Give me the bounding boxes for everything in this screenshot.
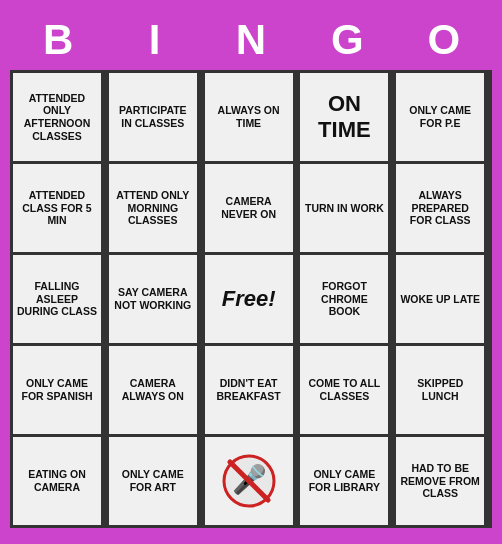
bingo-letter-g: G [303, 16, 391, 64]
bingo-cell-2-3: FORGOT CHROME BOOK [300, 255, 388, 343]
bingo-cell-2-4: WOKE UP LATE [396, 255, 484, 343]
bingo-letter-n: N [207, 16, 295, 64]
bingo-cell-2-1: SAY CAMERA NOT WORKING [109, 255, 197, 343]
bingo-card: BINGO ATTENDED ONLY AFTERNOON CLASSESPAR… [0, 6, 502, 538]
bingo-cell-0-4: ONLY CAME FOR P.E [396, 73, 484, 161]
bingo-cell-3-3: COME TO ALL CLASSES [300, 346, 388, 434]
bingo-cell-3-2: DIDN'T EAT BREAKFAST [205, 346, 293, 434]
bingo-cell-1-0: ATTENDED CLASS FOR 5 MIN [13, 164, 101, 252]
bingo-cell-3-4: SKIPPED LUNCH [396, 346, 484, 434]
bingo-cell-0-2: ALWAYS ON TIME [205, 73, 293, 161]
bingo-cell-4-1: ONLY CAME FOR ART [109, 437, 197, 525]
bingo-cell-1-3: TURN IN WORK [300, 164, 388, 252]
bingo-cell-0-1: PARTICIPATE IN CLASSES [109, 73, 197, 161]
bingo-cell-4-2: 🎤 [205, 437, 293, 525]
bingo-cell-3-1: CAMERA ALWAYS ON [109, 346, 197, 434]
bingo-cell-0-3: ON TIME [300, 73, 388, 161]
bingo-letter-b: B [14, 16, 102, 64]
bingo-cell-0-0: ATTENDED ONLY AFTERNOON CLASSES [13, 73, 101, 161]
bingo-cell-1-2: CAMERA NEVER ON [205, 164, 293, 252]
bingo-cell-2-0: FALLING ASLEEP DURING CLASS [13, 255, 101, 343]
bingo-title: BINGO [10, 16, 492, 64]
bingo-cell-3-0: ONLY CAME FOR SPANISH [13, 346, 101, 434]
bingo-letter-i: I [111, 16, 199, 64]
bingo-letter-o: O [400, 16, 488, 64]
no-microphone-icon: 🎤 [222, 454, 276, 508]
bingo-cell-2-2: Free! [205, 255, 293, 343]
bingo-cell-4-4: HAD TO BE REMOVE FROM CLASS [396, 437, 484, 525]
bingo-cell-1-4: ALWAYS PREPARED FOR CLASS [396, 164, 484, 252]
bingo-cell-1-1: ATTEND ONLY MORNING CLASSES [109, 164, 197, 252]
bingo-cell-4-0: EATING ON CAMERA [13, 437, 101, 525]
bingo-grid: ATTENDED ONLY AFTERNOON CLASSESPARTICIPA… [10, 70, 492, 528]
bingo-cell-4-3: ONLY CAME FOR LIBRARY [300, 437, 388, 525]
